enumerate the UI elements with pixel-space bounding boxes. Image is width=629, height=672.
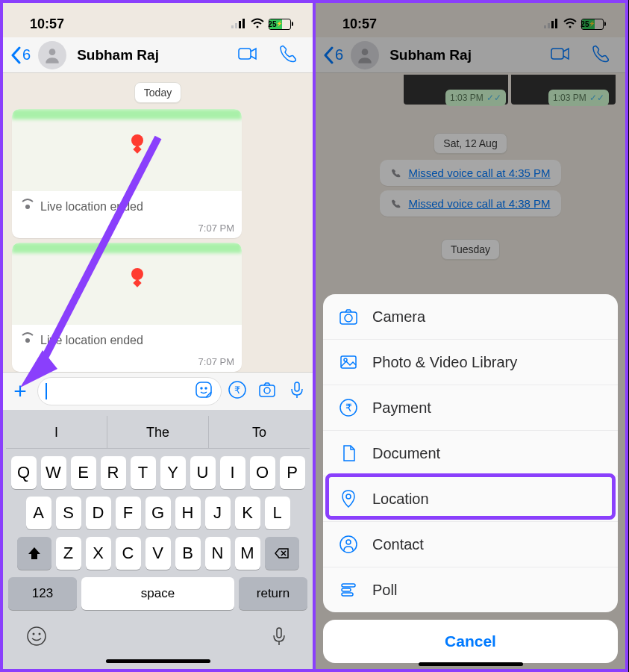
svg-point-28 — [345, 314, 352, 322]
home-indicator[interactable] — [419, 662, 523, 666]
key-a[interactable]: A — [26, 497, 51, 529]
predictive-text[interactable]: The — [107, 416, 209, 448]
key-d[interactable]: D — [86, 497, 111, 529]
key-i[interactable]: I — [220, 456, 245, 489]
sheet-item-document[interactable]: Document — [323, 431, 618, 476]
map-preview — [12, 243, 242, 325]
svg-rect-19 — [277, 628, 281, 638]
key-l[interactable]: L — [265, 497, 290, 529]
location-text: Live location ended — [40, 334, 143, 347]
svg-point-6 — [25, 205, 30, 209]
predictive-text[interactable]: I — [6, 416, 107, 448]
status-bar: 10:57 25⚡ — [3, 3, 313, 37]
svg-rect-5 — [239, 49, 251, 59]
key-p[interactable]: P — [280, 456, 305, 489]
sheet-item-poll[interactable]: Poll — [323, 567, 618, 612]
camera-button[interactable] — [257, 380, 277, 402]
message-time: 7:07 PM — [12, 356, 242, 372]
key-u[interactable]: U — [190, 456, 216, 489]
map-preview — [12, 109, 242, 191]
svg-rect-15 — [295, 382, 299, 391]
svg-rect-2 — [239, 21, 241, 28]
message-input[interactable] — [37, 377, 222, 405]
shift-key[interactable] — [17, 537, 51, 570]
chat-header: 6 Subham Raj — [3, 37, 313, 73]
key-m[interactable]: M — [235, 537, 260, 570]
numbers-key[interactable]: 123 — [8, 577, 77, 610]
key-z[interactable]: Z — [56, 537, 81, 570]
key-o[interactable]: O — [250, 456, 275, 489]
location-text: Live location ended — [40, 200, 143, 214]
svg-rect-0 — [231, 25, 234, 28]
chat-area[interactable]: Today Live location ended 7:07 PM Live l… — [3, 73, 313, 372]
mic-button[interactable] — [287, 380, 307, 402]
key-k[interactable]: K — [235, 497, 260, 529]
keyboard[interactable]: I The To QWERTYUIOP ASDFGHJKL ZXCVBNM 12… — [3, 410, 313, 669]
key-b[interactable]: B — [175, 537, 201, 570]
sheet-item-library[interactable]: Photo & Video Library — [323, 340, 618, 385]
key-r[interactable]: R — [101, 456, 126, 489]
space-key[interactable]: space — [81, 577, 234, 610]
key-w[interactable]: W — [41, 456, 66, 489]
key-v[interactable]: V — [145, 537, 171, 570]
return-key[interactable]: return — [239, 577, 307, 610]
key-h[interactable]: H — [175, 497, 201, 529]
back-count: 6 — [22, 46, 31, 63]
svg-rect-37 — [342, 588, 351, 591]
payment-button[interactable]: ₹ — [228, 380, 247, 402]
svg-point-7 — [25, 338, 30, 343]
emoji-button[interactable] — [25, 625, 48, 650]
key-x[interactable]: X — [86, 537, 111, 570]
svg-point-33 — [346, 494, 351, 499]
key-e[interactable]: E — [71, 456, 96, 489]
key-g[interactable]: G — [145, 497, 171, 529]
live-location-icon — [21, 332, 34, 349]
key-f[interactable]: F — [116, 497, 141, 529]
location-message[interactable]: Live location ended 7:07 PM — [12, 243, 242, 372]
contact-name[interactable]: Subham Raj — [77, 47, 159, 63]
svg-point-4 — [49, 49, 56, 55]
key-s[interactable]: S — [56, 497, 81, 529]
svg-point-17 — [33, 633, 35, 635]
sheet-item-contact[interactable]: Contact — [323, 522, 618, 567]
message-time: 7:07 PM — [12, 223, 242, 238]
svg-point-18 — [39, 633, 41, 635]
svg-point-16 — [28, 627, 46, 645]
cellular-icon — [231, 16, 246, 32]
svg-point-35 — [346, 540, 351, 544]
dictation-button[interactable] — [268, 625, 290, 650]
video-call-button[interactable] — [237, 43, 259, 68]
sheet-item-location[interactable]: Location — [323, 476, 618, 522]
voice-call-button[interactable] — [277, 43, 299, 68]
key-t[interactable]: T — [131, 456, 156, 489]
key-n[interactable]: N — [205, 537, 231, 570]
live-location-icon — [21, 199, 34, 215]
sheet-item-camera[interactable]: Camera — [323, 294, 618, 340]
backspace-key[interactable] — [265, 537, 299, 570]
date-separator: Today — [134, 82, 181, 103]
message-input-bar: + ₹ — [3, 372, 313, 410]
battery-icon: 25⚡ — [269, 19, 293, 30]
svg-rect-38 — [342, 593, 353, 596]
avatar[interactable] — [38, 41, 66, 69]
sheet-cancel-button[interactable]: Cancel — [323, 620, 618, 663]
svg-rect-3 — [242, 19, 245, 28]
attach-button[interactable]: + — [9, 379, 31, 404]
svg-point-10 — [205, 388, 207, 389]
svg-text:₹: ₹ — [234, 385, 240, 396]
location-message[interactable]: Live location ended 7:07 PM — [12, 109, 242, 238]
status-time: 10:57 — [30, 16, 64, 32]
key-y[interactable]: Y — [160, 456, 186, 489]
svg-rect-36 — [342, 584, 355, 587]
home-indicator[interactable] — [106, 659, 210, 663]
key-q[interactable]: Q — [11, 456, 37, 489]
svg-text:₹: ₹ — [345, 402, 352, 414]
sticker-button[interactable] — [194, 380, 213, 402]
predictive-text[interactable]: To — [209, 416, 310, 448]
key-c[interactable]: C — [116, 537, 141, 570]
attachment-action-sheet: Camera Photo & Video Library ₹ Payment D… — [323, 294, 618, 663]
back-button[interactable]: 6 — [10, 46, 31, 64]
key-j[interactable]: J — [205, 497, 231, 529]
wifi-icon — [250, 16, 265, 32]
sheet-item-payment[interactable]: ₹ Payment — [323, 385, 618, 431]
